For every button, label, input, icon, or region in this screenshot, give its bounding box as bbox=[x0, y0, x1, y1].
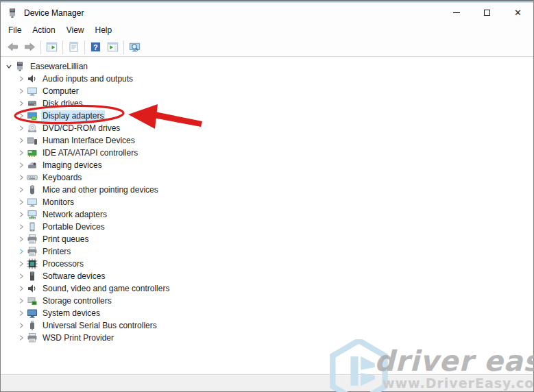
scan-hardware-button[interactable] bbox=[126, 39, 143, 56]
toolbar-separator bbox=[62, 40, 63, 54]
minimize-button[interactable] bbox=[441, 3, 472, 23]
tree-item-portable-devices[interactable]: Portable Devices bbox=[1, 221, 533, 233]
menu-view[interactable]: View bbox=[61, 23, 90, 37]
tree-item-dvd-cd-rom-drives[interactable]: DVD/CD-ROM drives bbox=[1, 122, 533, 134]
action-pane-button[interactable] bbox=[104, 39, 121, 56]
window-title: Device Manager bbox=[24, 8, 84, 18]
window-controls: ✕ bbox=[441, 3, 533, 23]
chevron-right-icon[interactable] bbox=[16, 147, 27, 158]
tree-item-label: Audio inputs and outputs bbox=[41, 73, 134, 85]
toolbar-separator bbox=[40, 40, 41, 54]
tree-item-computer[interactable]: Computer bbox=[1, 85, 533, 97]
console-tree-icon bbox=[46, 41, 58, 53]
device-manager-window: Device Manager ✕ File Action View Help ?… bbox=[0, 0, 534, 392]
forward-button[interactable] bbox=[21, 39, 38, 56]
title-bar[interactable]: Device Manager ✕ bbox=[1, 3, 533, 23]
back-button[interactable] bbox=[4, 39, 21, 56]
properties-button[interactable] bbox=[65, 39, 82, 56]
action-pane-icon bbox=[107, 41, 119, 53]
tree-item-label: Sound, video and game controllers bbox=[41, 283, 171, 295]
help-button[interactable]: ? bbox=[87, 39, 104, 56]
tree-item-human-interface-devices[interactable]: Human Interface Devices bbox=[1, 134, 533, 147]
chevron-right-icon[interactable] bbox=[16, 160, 27, 171]
chevron-right-icon[interactable] bbox=[16, 320, 27, 331]
chevron-right-icon[interactable] bbox=[16, 110, 27, 121]
chevron-right-icon[interactable] bbox=[16, 221, 27, 232]
tree-item-ide-ata-atapi-controllers[interactable]: IDE ATA/ATAPI controllers bbox=[1, 147, 533, 159]
chevron-right-icon[interactable] bbox=[16, 184, 27, 195]
tree-item-label: Storage controllers bbox=[41, 295, 113, 307]
tree-item-monitors[interactable]: Monitors bbox=[1, 196, 533, 208]
chevron-right-icon[interactable] bbox=[16, 308, 27, 319]
chevron-right-icon[interactable] bbox=[16, 332, 27, 343]
chevron-right-icon[interactable] bbox=[16, 73, 27, 84]
tree-item-label: EasewareLillian bbox=[29, 61, 89, 73]
tree-item-processors[interactable]: Processors bbox=[1, 258, 533, 270]
chevron-right-icon[interactable] bbox=[16, 86, 27, 97]
tree-item-universal-serial-bus-controllers[interactable]: Universal Serial Bus controllers bbox=[1, 319, 533, 332]
speaker-icon bbox=[27, 73, 38, 84]
chevron-right-icon[interactable] bbox=[16, 197, 27, 208]
tree-item-printers[interactable]: Printers bbox=[1, 245, 533, 258]
tree-item-display-adapters[interactable]: Display adapters bbox=[1, 110, 533, 122]
device-tree: EasewareLillianAudio inputs and outputsC… bbox=[1, 57, 533, 374]
back-icon bbox=[7, 41, 19, 53]
maximize-icon bbox=[484, 10, 490, 16]
toolbar-separator bbox=[84, 40, 85, 54]
close-button[interactable]: ✕ bbox=[502, 3, 533, 23]
device-manager-app-icon bbox=[7, 8, 18, 19]
tree-item-label: Mice and other pointing devices bbox=[41, 184, 160, 196]
tree-item-wsd-print-provider[interactable]: WSD Print Provider bbox=[1, 332, 533, 344]
tree-item-imaging-devices[interactable]: Imaging devices bbox=[1, 159, 533, 171]
tree-item-label: Monitors bbox=[41, 197, 75, 208]
tree-item-sound-video-and-game-controllers[interactable]: Sound, video and game controllers bbox=[1, 282, 533, 295]
toolbar: ? bbox=[1, 38, 533, 57]
computer-icon bbox=[14, 61, 25, 72]
chevron-right-icon[interactable] bbox=[16, 209, 27, 220]
tree-item-storage-controllers[interactable]: Storage controllers bbox=[1, 295, 533, 307]
tree-item-label: Display adapters bbox=[41, 110, 105, 122]
printer-icon bbox=[27, 234, 38, 245]
network-adapter-icon bbox=[27, 209, 38, 220]
maximize-button[interactable] bbox=[472, 3, 502, 23]
svg-text:?: ? bbox=[93, 43, 98, 51]
chevron-right-icon[interactable] bbox=[16, 135, 27, 146]
toolbar-separator bbox=[123, 40, 124, 54]
chevron-right-icon[interactable] bbox=[16, 295, 27, 306]
tree-item-audio-inputs-and-outputs[interactable]: Audio inputs and outputs bbox=[1, 73, 533, 85]
tree-item-label: Processors bbox=[41, 258, 85, 270]
tree-item-software-devices[interactable]: Software devices bbox=[1, 270, 533, 282]
processor-icon bbox=[27, 258, 38, 269]
chevron-right-icon[interactable] bbox=[16, 98, 27, 109]
menu-file[interactable]: File bbox=[3, 23, 27, 37]
tree-item-label: System devices bbox=[41, 308, 101, 319]
chevron-down-icon[interactable] bbox=[3, 61, 14, 72]
tree-item-mice-and-other-pointing-devices[interactable]: Mice and other pointing devices bbox=[1, 184, 533, 196]
tree-item-label: Human Interface Devices bbox=[41, 135, 136, 147]
system-icon bbox=[27, 308, 38, 319]
minimize-icon bbox=[453, 12, 460, 13]
monitor-icon bbox=[27, 197, 38, 208]
mouse-icon bbox=[27, 184, 38, 195]
console-tree-button[interactable] bbox=[43, 39, 60, 56]
tree-item-print-queues[interactable]: Print queues bbox=[1, 233, 533, 245]
menu-action[interactable]: Action bbox=[27, 23, 60, 37]
chevron-right-icon[interactable] bbox=[16, 258, 27, 269]
tree-item-network-adapters[interactable]: Network adapters bbox=[1, 208, 533, 221]
chevron-right-icon[interactable] bbox=[16, 172, 27, 183]
chevron-right-icon[interactable] bbox=[16, 283, 27, 294]
tree-item-easewarelillian[interactable]: EasewareLillian bbox=[1, 60, 533, 73]
monitor-icon bbox=[27, 86, 38, 97]
chevron-right-icon[interactable] bbox=[16, 123, 27, 134]
tree-item-label: Computer bbox=[41, 86, 80, 97]
tree-item-system-devices[interactable]: System devices bbox=[1, 307, 533, 319]
speaker-icon bbox=[27, 283, 38, 294]
chevron-right-icon[interactable] bbox=[16, 234, 27, 245]
chevron-right-icon[interactable] bbox=[16, 271, 27, 282]
tree-item-disk-drives[interactable]: Disk drives bbox=[1, 97, 533, 110]
display-adapter-icon bbox=[27, 110, 38, 121]
menu-help[interactable]: Help bbox=[90, 23, 118, 37]
status-bar bbox=[1, 374, 533, 391]
chevron-right-icon[interactable] bbox=[16, 246, 27, 257]
tree-item-keyboards[interactable]: Keyboards bbox=[1, 171, 533, 184]
